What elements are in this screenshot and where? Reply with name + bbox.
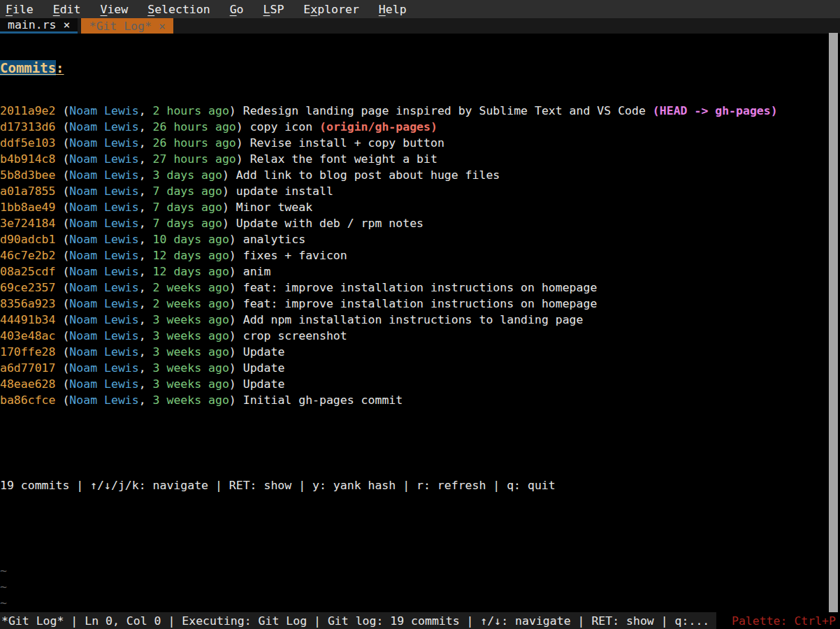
commit-line[interactable]: 2011a9e2 (Noam Lewis, 2 hours ago) Redes… — [0, 103, 840, 119]
commit-date: 12 days ago — [153, 249, 229, 262]
commit-hash: 08a25cdf — [0, 265, 55, 278]
commit-hash: 170ffe28 — [0, 345, 55, 359]
commit-line[interactable]: 3e724184 (Noam Lewis, 7 days ago) Update… — [0, 215, 840, 231]
scrollbar[interactable] — [829, 33, 838, 613]
commit-line[interactable]: 46c7e2b2 (Noam Lewis, 12 days ago) fixes… — [0, 247, 840, 263]
commit-date: 26 hours ago — [153, 136, 236, 150]
commit-message: copy icon — [250, 120, 312, 133]
commit-date: 12 days ago — [153, 265, 229, 278]
status-info: *Git Log* | Ln 0, Col 0 | Executing: Git… — [0, 612, 716, 629]
commit-hash: ba86cfce — [0, 393, 55, 407]
menu-item-lsp[interactable]: LSP — [263, 3, 284, 16]
commit-message: Minor tweak — [236, 201, 312, 214]
commit-author: Noam Lewis — [69, 136, 138, 150]
commit-message: Relax the font weight a bit — [250, 152, 437, 166]
mnemonic-letter: H — [379, 3, 386, 16]
commit-line[interactable]: ba86cfce (Noam Lewis, 3 weeks ago) Initi… — [0, 392, 840, 408]
commit-author: Noam Lewis — [69, 249, 138, 262]
commit-date: 3 weeks ago — [153, 329, 229, 342]
mnemonic-letter: F — [6, 3, 13, 16]
commit-author: Noam Lewis — [69, 120, 138, 133]
commit-date: 3 weeks ago — [153, 377, 229, 391]
blank-line — [0, 435, 840, 451]
commit-message: Update — [243, 377, 285, 391]
commit-hash: 3e724184 — [0, 217, 55, 230]
commit-date: 27 hours ago — [153, 152, 236, 166]
commit-author: Noam Lewis — [69, 217, 138, 230]
commit-line[interactable]: 1bb8ae49 (Noam Lewis, 7 days ago) Minor … — [0, 199, 840, 215]
commit-author: Noam Lewis — [69, 281, 138, 294]
commit-date: 10 days ago — [153, 233, 229, 246]
ref-decoration: (origin/gh-pages) — [319, 120, 437, 133]
commit-message: Update — [243, 345, 285, 359]
commit-date: 3 weeks ago — [153, 361, 229, 375]
mnemonic-letter: E — [53, 3, 60, 16]
commit-author: Noam Lewis — [69, 168, 138, 182]
commit-line[interactable]: 48eae628 (Noam Lewis, 3 weeks ago) Updat… — [0, 376, 840, 392]
commit-message: Add link to blog post about huge files — [236, 168, 500, 182]
commit-line[interactable]: 170ffe28 (Noam Lewis, 3 weeks ago) Updat… — [0, 344, 840, 360]
mnemonic-letter: G — [230, 3, 237, 16]
empty-line-marker: ~ — [0, 579, 840, 595]
commit-date: 26 hours ago — [153, 120, 236, 133]
commit-line[interactable]: 44491b34 (Noam Lewis, 3 weeks ago) Add n… — [0, 312, 840, 328]
commit-hash: ddf5e103 — [0, 136, 55, 150]
commit-line[interactable]: d90adcb1 (Noam Lewis, 10 days ago) analy… — [0, 231, 840, 247]
commit-line[interactable]: b4b914c8 (Noam Lewis, 27 hours ago) Rela… — [0, 151, 840, 167]
commit-author: Noam Lewis — [69, 185, 138, 198]
commit-line[interactable]: 08a25cdf (Noam Lewis, 12 days ago) anim — [0, 263, 840, 280]
commit-message: Redesign landing page inspired by Sublim… — [243, 104, 646, 117]
commit-author: Noam Lewis — [69, 233, 138, 246]
commit-line[interactable]: 69ce2357 (Noam Lewis, 2 weeks ago) feat:… — [0, 280, 840, 296]
mnemonic-letter: V — [101, 3, 108, 16]
commit-author: Noam Lewis — [69, 152, 138, 166]
tab-git-log[interactable]: *Git Log*× — [81, 18, 173, 34]
menu-item-view[interactable]: View — [101, 3, 129, 16]
commit-author: Noam Lewis — [69, 297, 138, 310]
commit-author: Noam Lewis — [69, 345, 138, 359]
commit-date: 7 days ago — [153, 217, 222, 230]
commit-line[interactable]: ddf5e103 (Noam Lewis, 26 hours ago) Revi… — [0, 135, 840, 151]
commit-author: Noam Lewis — [69, 393, 138, 407]
mnemonic-letter: x — [310, 3, 317, 16]
commit-hash: 44491b34 — [0, 313, 55, 326]
commit-date: 3 weeks ago — [153, 345, 229, 359]
commit-date: 2 hours ago — [153, 104, 229, 117]
menu-item-selection[interactable]: Selection — [147, 3, 210, 16]
commit-hash: a01a7855 — [0, 185, 55, 198]
tab-label: main.rs — [8, 18, 57, 31]
commit-line[interactable]: 8356a923 (Noam Lewis, 2 weeks ago) feat:… — [0, 296, 840, 312]
commit-message: crop screenshot — [243, 329, 347, 342]
commit-hash: 69ce2357 — [0, 281, 55, 294]
commit-line[interactable]: d17313d6 (Noam Lewis, 26 hours ago) copy… — [0, 119, 840, 135]
menu-item-go[interactable]: Go — [230, 3, 244, 16]
commit-author: Noam Lewis — [69, 313, 138, 326]
menu-item-edit[interactable]: Edit — [53, 3, 81, 16]
palette-hint: Palette: Ctrl+P — [732, 614, 840, 628]
commit-list: 2011a9e2 (Noam Lewis, 2 hours ago) Redes… — [0, 103, 840, 408]
mnemonic-letter: L — [263, 3, 270, 16]
menu-item-explorer[interactable]: Explorer — [303, 3, 359, 16]
commit-hash: 46c7e2b2 — [0, 249, 55, 262]
commit-author: Noam Lewis — [69, 329, 138, 342]
commit-hash: b4b914c8 — [0, 152, 55, 166]
commit-hash: 2011a9e2 — [0, 104, 55, 117]
close-icon[interactable]: × — [64, 18, 71, 31]
editor-buffer: Commits: 2011a9e2 (Noam Lewis, 2 hours a… — [0, 34, 840, 612]
tab-main-rs[interactable]: main.rs× — [0, 18, 78, 34]
commit-line[interactable]: 403e48ac (Noam Lewis, 3 weeks ago) crop … — [0, 328, 840, 344]
commit-line[interactable]: 5b8d3bee (Noam Lewis, 3 days ago) Add li… — [0, 167, 840, 183]
close-icon[interactable]: × — [159, 20, 166, 33]
commit-author: Noam Lewis — [69, 361, 138, 375]
menu-item-file[interactable]: File — [6, 3, 34, 16]
commits-header: Commits: — [0, 60, 840, 76]
menu-item-help[interactable]: Help — [379, 3, 407, 16]
commit-line[interactable]: a6d77017 (Noam Lewis, 3 weeks ago) Updat… — [0, 360, 840, 376]
tab-label: *Git Log* — [89, 20, 151, 33]
commit-line[interactable]: a01a7855 (Noam Lewis, 7 days ago) update… — [0, 183, 840, 199]
blank-line — [0, 520, 840, 536]
commit-message: analytics — [243, 233, 305, 246]
tab-bar: main.rs×*Git Log*× — [0, 18, 840, 34]
commit-message: feat: improve installation instructions … — [243, 281, 598, 294]
mnemonic-letter: S — [147, 3, 154, 16]
